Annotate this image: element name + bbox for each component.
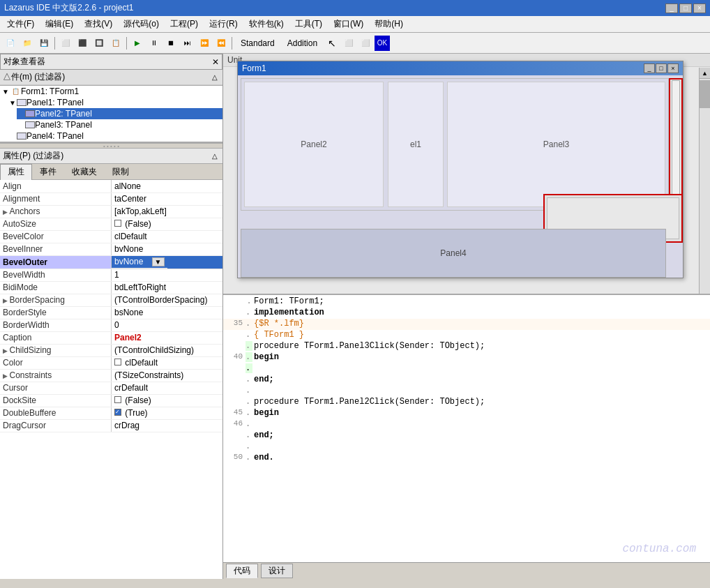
toolbar-btn-7[interactable]: 🔲 [91, 36, 107, 51]
prop-borderstyle[interactable]: BorderStyle bsNone [0, 306, 222, 319]
prop-val-borderspacing[interactable]: (TControlBorderSpacing) [112, 294, 223, 306]
menu-edit[interactable]: 编辑(E) [40, 17, 79, 31]
obj-filter-btn[interactable]: △ [210, 73, 220, 82]
prop-childsizing[interactable]: ▶ ChildSizing (TControlChildSizing) [0, 344, 222, 356]
app-close[interactable]: × [693, 3, 706, 13]
prop-doublebuffer[interactable]: DoubleBuffere (True) [0, 407, 222, 419]
toolbar-btn-save[interactable]: 💾 [36, 36, 52, 51]
app-maximize[interactable]: □ [679, 3, 692, 13]
form1-minimize[interactable]: _ [644, 63, 655, 73]
prop-dragcursor[interactable]: DragCursor crDrag [0, 419, 222, 432]
toolbar-btn-5[interactable]: ⬜ [58, 36, 73, 51]
panel3[interactable]: Panel3 [447, 82, 665, 207]
toolbar-btn-run[interactable]: ▶ [130, 36, 145, 51]
toolbar-btn-c[interactable]: OK [375, 36, 390, 51]
panel2[interactable]: Panel2 [244, 82, 384, 207]
tab-restrict[interactable]: 限制 [105, 164, 137, 179]
prop-val-bevelcolor[interactable]: clDefault [112, 230, 223, 243]
toolbar-btn-stop[interactable]: ⏹ [163, 36, 179, 51]
tree-item-panel4[interactable]: Panel4: TPanel [8, 130, 222, 142]
prop-val-dragcursor[interactable]: crDrag [112, 419, 223, 432]
prop-val-borderwidth[interactable]: 0 [112, 319, 223, 331]
tab-favorites[interactable]: 收藏夹 [64, 164, 105, 179]
prop-bevelwidth[interactable]: BevelWidth 1 [0, 269, 222, 281]
tree-item-form1[interactable]: ▼ 📋 Form1: TForm1 [0, 86, 222, 97]
toolbar-btn-open[interactable]: 📁 [20, 36, 35, 51]
checkbox-autosize[interactable] [114, 220, 121, 227]
prop-val-doublebuffer[interactable]: (True) [112, 407, 223, 419]
prop-val-constraints[interactable]: (TSizeConstraints) [112, 369, 223, 382]
prop-anchors[interactable]: ▶ Anchors [akTop,akLeft] [0, 205, 222, 218]
obj-viewer-close[interactable]: ✕ [212, 57, 219, 67]
toolbar-btn-step2[interactable]: ⏩ [197, 36, 212, 51]
prop-val-bidimode[interactable]: bdLeftToRight [112, 281, 223, 294]
checkbox-docksite[interactable] [114, 396, 121, 403]
panel4[interactable]: Panel4 [241, 229, 666, 278]
prop-alignment[interactable]: Alignment taCenter [0, 193, 222, 205]
checkbox-color[interactable] [114, 359, 121, 365]
prop-val-cursor[interactable]: crDefault [112, 382, 223, 394]
prop-val-childsizing[interactable]: (TControlChildSizing) [112, 344, 223, 356]
prop-val-alignment[interactable]: taCenter [112, 193, 223, 205]
menu-pkg[interactable]: 软件包(k) [243, 17, 289, 31]
toolbar-tab-standard[interactable]: Standard [235, 37, 280, 50]
prop-borderwidth[interactable]: BorderWidth 0 [0, 319, 222, 331]
menu-help[interactable]: 帮助(H) [369, 17, 409, 31]
toolbar-btn-8[interactable]: 📋 [108, 36, 123, 51]
prop-val-bevelinner[interactable]: bvNone [112, 243, 223, 255]
prop-val-autosize[interactable]: (False) [112, 218, 223, 230]
prop-align[interactable]: Align alNone [0, 180, 222, 193]
prop-bidimode[interactable]: BidiMode bdLeftToRight [0, 281, 222, 294]
menu-tools[interactable]: 工具(T) [289, 17, 328, 31]
menu-run[interactable]: 运行(R) [204, 17, 243, 31]
app-minimize[interactable]: _ [665, 3, 678, 13]
prop-val-docksite[interactable]: (False) [112, 394, 223, 407]
prop-borderspacing[interactable]: ▶ BorderSpacing (TControlBorderSpacing) [0, 294, 222, 306]
toolbar-btn-pause[interactable]: ⏸ [146, 36, 162, 51]
menu-window[interactable]: 窗口(W) [328, 17, 369, 31]
tab-code[interactable]: 代码 [226, 564, 258, 578]
menu-file[interactable]: 文件(F) [1, 17, 40, 31]
toolbar-btn-step3[interactable]: ⏪ [213, 36, 229, 51]
prop-color[interactable]: Color clDefault [0, 356, 222, 369]
tab-design[interactable]: 设计 [261, 564, 293, 578]
panel1[interactable]: Panel2 el1 Panel3 [241, 78, 669, 211]
menu-find[interactable]: 查找(V) [79, 17, 118, 31]
toolbar-tab-addition[interactable]: Addition [282, 37, 323, 50]
scroll-up-btn[interactable]: ▲ [700, 68, 710, 79]
toolbar-btn-b[interactable]: ⬜ [358, 36, 373, 51]
prop-val-bevelouter[interactable]: bvNone ▼ [112, 256, 167, 269]
toolbar-btn-6[interactable]: ⬛ [75, 36, 90, 51]
prop-val-borderstyle[interactable]: bsNone [112, 306, 223, 319]
el1[interactable]: el1 [388, 82, 444, 207]
prop-docksite[interactable]: DockSite (False) [0, 394, 222, 407]
prop-constraints[interactable]: ▶ Constraints (TSizeConstraints) [0, 369, 222, 382]
scroll-thumb[interactable] [700, 80, 710, 108]
tree-item-panel2[interactable]: Panel2: TPanel [17, 108, 222, 119]
prop-caption[interactable]: Caption Panel2 [0, 331, 222, 344]
menu-source[interactable]: 源代码(o) [118, 17, 165, 31]
toolbar-btn-step[interactable]: ⏭ [180, 36, 195, 51]
props-filter-btn[interactable]: △ [210, 151, 220, 160]
dropdown-arrow-bevelouter[interactable]: ▼ [152, 257, 165, 266]
toolbar-btn-a[interactable]: ⬜ [341, 36, 356, 51]
prop-autosize[interactable]: AutoSize (False) [0, 218, 222, 230]
prop-bevelcolor[interactable]: BevelColor clDefault [0, 230, 222, 243]
form1-maximize[interactable]: □ [656, 63, 667, 73]
right-scrollbar[interactable]: ▲ [699, 68, 710, 294]
checkbox-doublebuffer[interactable] [114, 409, 121, 416]
toolbar-cursor-btn[interactable]: ↖ [324, 36, 340, 51]
prop-val-color[interactable]: clDefault [112, 356, 223, 369]
prop-val-align[interactable]: alNone [112, 180, 223, 193]
prop-val-caption[interactable]: Panel2 [112, 331, 223, 344]
prop-bevelouter[interactable]: BevelOuter bvNone ▼ [0, 255, 222, 269]
menu-project[interactable]: 工程(P) [165, 17, 204, 31]
tree-item-panel3[interactable]: Panel3: TPanel [17, 119, 222, 130]
prop-cursor[interactable]: Cursor crDefault [0, 382, 222, 394]
prop-bevelinner[interactable]: BevelInner bvNone [0, 243, 222, 255]
form1-close[interactable]: × [667, 63, 679, 73]
tab-properties[interactable]: 属性 [0, 164, 32, 180]
toolbar-btn-new[interactable]: 📄 [3, 36, 18, 51]
tab-events[interactable]: 事件 [32, 164, 64, 179]
prop-val-bevelwidth[interactable]: 1 [112, 269, 223, 281]
